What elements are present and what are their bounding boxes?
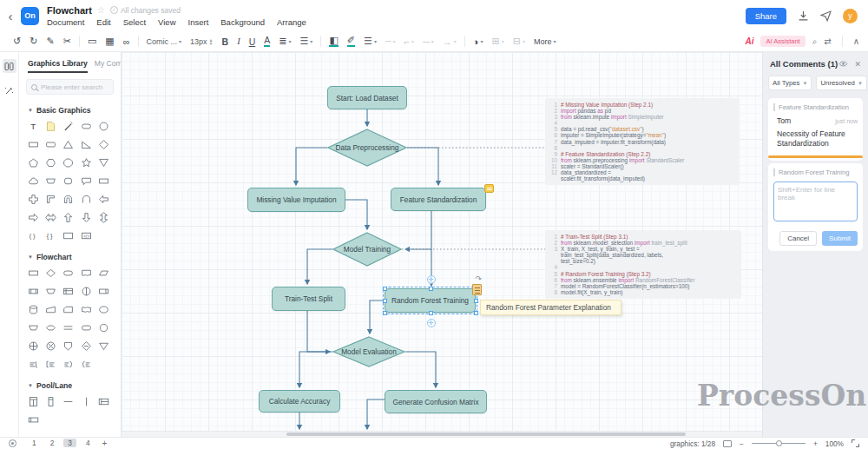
font-family-select[interactable]: Comic ...▾	[142, 37, 187, 46]
shape-speech-bubble[interactable]	[79, 175, 94, 188]
section-title-flowchart[interactable]: ▼Flowchart	[19, 248, 121, 265]
document-title[interactable]: Flowchart	[47, 5, 92, 16]
edge[interactable]	[407, 148, 438, 185]
download-icon[interactable]	[798, 10, 809, 22]
arrow-type-button[interactable]: →▾	[438, 36, 461, 47]
shape-predefined-process[interactable]	[26, 285, 41, 298]
underline-button[interactable]: U	[245, 36, 260, 47]
note-marker-icon[interactable]	[472, 284, 482, 295]
shape-hexagon[interactable]	[43, 156, 58, 169]
shape-decision-alt[interactable]	[79, 340, 94, 353]
tab-my-component[interactable]: My Component	[95, 59, 122, 73]
shape-rect-vbar[interactable]	[96, 285, 111, 298]
node-model-evaluation[interactable]: Model Evaluation	[332, 336, 405, 367]
magic-select-icon[interactable]	[3, 83, 16, 97]
fill-color-button[interactable]: ◧	[329, 36, 338, 47]
edge[interactable]	[296, 148, 327, 185]
shape-pool-horizontal[interactable]	[96, 395, 111, 408]
node-random-forest-training[interactable]: Random Forest Training✛✛↷	[385, 288, 476, 313]
shape-wide-rect[interactable]	[96, 175, 111, 188]
shape-display-shield[interactable]	[61, 340, 76, 353]
share-button[interactable]: Share	[746, 8, 786, 24]
zoom-slider-knob[interactable]	[776, 440, 782, 446]
shape-search[interactable]	[26, 79, 114, 95]
shape-process[interactable]	[26, 267, 41, 280]
font-size-stepper[interactable]: 13px▲▼	[186, 37, 217, 46]
shape-braces[interactable]: { }	[43, 229, 58, 242]
selection-handle[interactable]	[474, 311, 478, 315]
selection-handle[interactable]	[429, 287, 433, 291]
app-logo[interactable]: On	[21, 7, 39, 25]
shape-manual-input[interactable]	[43, 303, 58, 316]
insert-link-icon[interactable]: ∞	[119, 36, 135, 47]
zoom-in-button[interactable]: +	[813, 439, 818, 448]
close-comments-icon[interactable]: ✕	[854, 60, 861, 69]
shape-database[interactable]	[26, 303, 41, 316]
connector-handle[interactable]: ✛	[427, 319, 436, 327]
shape-annotation-right[interactable]	[26, 358, 41, 371]
shape-arrow-up[interactable]	[61, 211, 76, 224]
node-calculate-accuracy[interactable]: Calculate Accuracy	[259, 390, 340, 413]
shape-alt-process[interactable]	[79, 321, 94, 334]
preview-icon[interactable]: ⌕	[812, 36, 818, 47]
shape-rounded-square[interactable]	[61, 175, 76, 188]
page-tab-2[interactable]: 2	[46, 439, 59, 447]
menu-background[interactable]: Background	[220, 17, 265, 27]
canvas[interactable]: Start: Load DatasetData PreprocessingMis…	[122, 52, 762, 437]
comment-input[interactable]	[773, 182, 858, 221]
shape-arrow-down[interactable]	[79, 211, 94, 224]
submit-button[interactable]: Submit	[822, 231, 858, 246]
shape-cross[interactable]	[26, 193, 41, 206]
line-color-button[interactable]: ✐	[347, 36, 355, 47]
shape-preparation[interactable]	[43, 321, 58, 334]
menu-document[interactable]: Document	[47, 17, 84, 27]
node-feature-standardization[interactable]: Feature Standardization	[391, 188, 486, 211]
code-block[interactable]: 1# Train-Test Split (Step 3.1)2from skle…	[545, 230, 741, 299]
connector-style-button[interactable]: ⌐▾	[400, 36, 418, 47]
favorite-star-icon[interactable]: ☆	[97, 5, 105, 15]
menu-view[interactable]: View	[158, 17, 175, 27]
section-title-basic-graphics[interactable]: ▼Basic Graphics	[19, 101, 121, 118]
theme-button[interactable]: ◑▾	[469, 36, 488, 47]
edge[interactable]	[307, 249, 332, 284]
italic-button[interactable]: I	[233, 36, 245, 46]
edge[interactable]	[405, 352, 436, 387]
edge[interactable]	[367, 399, 385, 429]
shape-internal-storage[interactable]	[61, 285, 76, 298]
shape-pen[interactable]	[61, 120, 76, 133]
shape-pentagon[interactable]	[26, 156, 41, 169]
shape-frame-rect[interactable]	[61, 229, 76, 242]
edge[interactable]	[307, 311, 330, 352]
shape-arc-n2[interactable]	[79, 193, 94, 206]
tab-graphics-library[interactable]: Graphics Library	[28, 59, 88, 73]
send-icon[interactable]	[820, 10, 832, 22]
page-tab-4[interactable]: 4	[82, 439, 95, 447]
insert-image-icon[interactable]: ▦	[101, 36, 118, 47]
shape-divider-v[interactable]	[79, 395, 94, 408]
code-block[interactable]: 1# Missing Value Imputation (Step 2.1)2i…	[545, 98, 740, 185]
connector-handle[interactable]: ✛	[427, 275, 436, 284]
line-dash-button[interactable]: ┄▾	[381, 36, 400, 47]
shape-star[interactable]	[79, 156, 94, 169]
shape-arrow-left[interactable]	[96, 193, 111, 206]
shape-manual-operation[interactable]	[43, 285, 58, 298]
relation-map-icon[interactable]: ⇄	[824, 36, 831, 46]
add-page-button[interactable]: +	[102, 439, 108, 448]
search-input[interactable]	[41, 83, 110, 91]
shape-annotation-brace-left[interactable]	[79, 358, 94, 371]
horizontal-scrollbar[interactable]	[122, 431, 762, 437]
shape-document[interactable]	[79, 267, 94, 280]
shape-trapezoid-down[interactable]	[26, 321, 41, 334]
shape-double-line[interactable]	[61, 321, 76, 334]
selection-handle[interactable]	[474, 299, 478, 303]
shape-lane-vertical[interactable]	[43, 395, 58, 408]
shape-sticky-note[interactable]	[43, 120, 58, 133]
zoom-level[interactable]: 100%	[825, 439, 844, 448]
shape-arrow-double-h[interactable]	[43, 211, 58, 224]
shape-arc-n[interactable]	[61, 193, 76, 206]
shape-paper-tape[interactable]	[79, 303, 94, 316]
node-start[interactable]: Start: Load Dataset	[327, 86, 407, 109]
clear-format-icon[interactable]: ✂	[59, 36, 76, 47]
comment-marker-icon[interactable]	[484, 184, 494, 193]
shape-pill[interactable]	[79, 120, 94, 133]
